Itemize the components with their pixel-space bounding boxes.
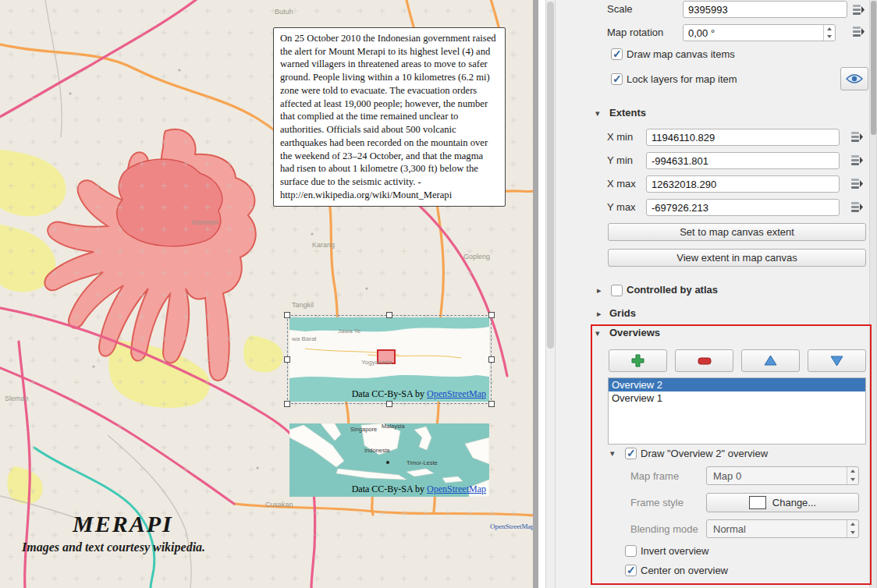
list-item-overview-2[interactable]: Overview 2	[609, 378, 865, 391]
arrow-down-icon	[830, 355, 843, 367]
eye-icon	[846, 73, 863, 85]
xmin-value: 11946110.829	[652, 132, 715, 143]
map-rotation-label: Map rotation	[607, 27, 663, 38]
selection-handle-nw[interactable]	[284, 312, 290, 318]
ymax-label: Y max	[607, 201, 636, 213]
ymax-input[interactable]: -697926.213	[646, 199, 840, 216]
atlas-collapse-icon[interactable]	[597, 285, 606, 295]
move-overview-down-button[interactable]	[808, 349, 866, 372]
xmax-data-defined-override-icon[interactable]	[848, 175, 865, 192]
overview-map-item-2[interactable]: Singapore Malaysia Indonesia Timor-Leste…	[289, 423, 489, 497]
lock-layers-label: Lock layers for map item	[627, 73, 737, 85]
draw-map-canvas-items-label: Draw map canvas items	[627, 48, 735, 60]
map-frame-value: Map 0	[713, 470, 741, 482]
view-extent-in-map-canvas-button[interactable]: View extent in map canvas	[608, 249, 866, 267]
spinner-arrows[interactable]	[823, 25, 835, 41]
xmin-label: X min	[607, 131, 633, 143]
selection-handle-w[interactable]	[284, 356, 290, 363]
layer-visibility-preset-button[interactable]	[840, 67, 868, 90]
frame-style-label: Frame style	[630, 497, 683, 508]
xmin-input[interactable]: 11946110.829	[646, 129, 840, 146]
selection-handle-ne[interactable]	[488, 312, 495, 318]
ymin-value: -994631.801	[652, 155, 708, 167]
canvas-vertical-scrollbar[interactable]	[545, 0, 556, 588]
ymax-value: -697926.213	[652, 202, 708, 214]
frame-style-color-swatch	[749, 496, 766, 509]
minus-icon	[698, 357, 712, 365]
qgis-composer-window: Butuh Sleman Kemiren Karang Tangkil Gopl…	[0, 0, 877, 588]
ymin-label: Y min	[607, 154, 633, 166]
map-rotation-value: 0,00 °	[688, 27, 715, 39]
move-overview-up-button[interactable]	[741, 349, 800, 372]
attribution-link[interactable]: OpenStreetMap	[427, 388, 486, 399]
draw-overview-checkbox[interactable]	[625, 448, 637, 459]
center-on-overview-checkbox[interactable]	[625, 565, 637, 576]
selection-handle-sw[interactable]	[284, 401, 290, 407]
region-label: Malaysia	[382, 423, 405, 430]
canvas-shadow	[533, 0, 538, 588]
map-rotation-spinbox[interactable]: 0,00 °	[683, 24, 836, 41]
selection-handle-s[interactable]	[386, 401, 392, 407]
plus-icon	[631, 354, 644, 367]
invert-overview-label: Invert overview	[641, 545, 708, 557]
blending-mode-combo[interactable]: Normal	[706, 519, 859, 538]
canvas-gap	[538, 0, 545, 588]
map-title: MERAPI	[73, 511, 173, 537]
ymax-data-defined-override-icon[interactable]	[848, 198, 865, 215]
set-to-map-canvas-extent-button[interactable]: Set to map canvas extent	[608, 223, 866, 241]
region-label: wa Barat	[291, 335, 317, 342]
combo-arrows	[847, 520, 858, 537]
blending-mode-value: Normal	[713, 523, 746, 535]
remove-overview-button[interactable]	[675, 349, 733, 372]
extents-section-title: Extents	[609, 107, 646, 119]
annotation-text: On 25 October 2010 the Indonesian govern…	[280, 33, 496, 200]
map-frame-combo[interactable]: Map 0	[706, 466, 859, 485]
annotation-text-box[interactable]: On 25 October 2010 the Indonesian govern…	[273, 27, 506, 207]
overview2-attribution: Data CC-By-SA by OpenStreetMap	[352, 484, 486, 495]
center-on-overview-label: Center on overview	[641, 565, 728, 576]
draw-map-canvas-items-checkbox[interactable]	[611, 48, 623, 60]
rotation-data-defined-override-icon[interactable]	[850, 23, 867, 40]
combo-arrows	[847, 467, 858, 484]
grids-section-title: Grids	[609, 307, 636, 319]
overviews-collapse-icon[interactable]	[595, 328, 605, 338]
overviews-list[interactable]: Overview 2 Overview 1	[608, 377, 866, 445]
scale-data-defined-override-icon[interactable]	[850, 1, 867, 18]
xmax-input[interactable]: 12632018.290	[646, 175, 840, 193]
scale-label: Scale	[607, 3, 633, 15]
region-label: Indonesia	[364, 447, 390, 454]
main-map-attribution-link[interactable]: OpenStreetMap	[490, 522, 533, 530]
draw-overview-label: Draw "Overview 2" overview	[641, 448, 768, 459]
overview1-attribution: Data CC-By-SA by OpenStreetMap	[352, 388, 486, 400]
map-subtitle: Images and text courtesy wikipedia.	[22, 540, 205, 554]
ymin-input[interactable]: -994631.801	[646, 152, 840, 169]
region-label: Timor-Leste	[407, 459, 438, 466]
attribution-link[interactable]: OpenStreetMap	[427, 484, 486, 494]
xmin-data-defined-override-icon[interactable]	[848, 128, 865, 145]
scale-input[interactable]: 9395993	[683, 1, 847, 18]
selection-handle-n[interactable]	[386, 312, 392, 318]
list-item-overview-1[interactable]: Overview 1	[609, 391, 865, 405]
composition-map-canvas[interactable]: Butuh Sleman Kemiren Karang Tangkil Gopl…	[0, 0, 533, 588]
xmax-value: 12632018.290	[652, 179, 716, 190]
add-overview-button[interactable]	[609, 349, 667, 372]
xmax-label: X max	[607, 178, 636, 190]
blending-mode-label: Blending mode	[630, 523, 698, 535]
controlled-by-atlas-checkbox[interactable]	[611, 285, 623, 296]
extents-collapse-icon[interactable]	[595, 108, 605, 118]
frame-style-change-button[interactable]: Change...	[706, 493, 859, 512]
selection-handle-se[interactable]	[488, 401, 495, 407]
region-label: Yogyakarta	[361, 359, 392, 366]
grids-collapse-icon[interactable]	[597, 309, 606, 318]
lock-layers-checkbox[interactable]	[611, 73, 623, 85]
selection-handle-e[interactable]	[488, 356, 495, 363]
draw-overview-collapse-icon[interactable]	[610, 448, 620, 458]
panel-vertical-scrollbar[interactable]	[869, 0, 877, 588]
scale-value: 9395993	[688, 4, 728, 16]
invert-overview-checkbox[interactable]	[625, 545, 637, 557]
scrollbar-thumb[interactable]	[871, 1, 876, 135]
scrollbar-thumb[interactable]	[547, 2, 554, 349]
ymin-data-defined-override-icon[interactable]	[848, 151, 865, 168]
item-properties-panel: Scale 9395993 Map rotation 0,00 ° Draw m…	[556, 0, 869, 588]
overview-map-item-1[interactable]: wa Barat Jawa Te Yogyakarta Data CC-By-S…	[289, 317, 489, 402]
